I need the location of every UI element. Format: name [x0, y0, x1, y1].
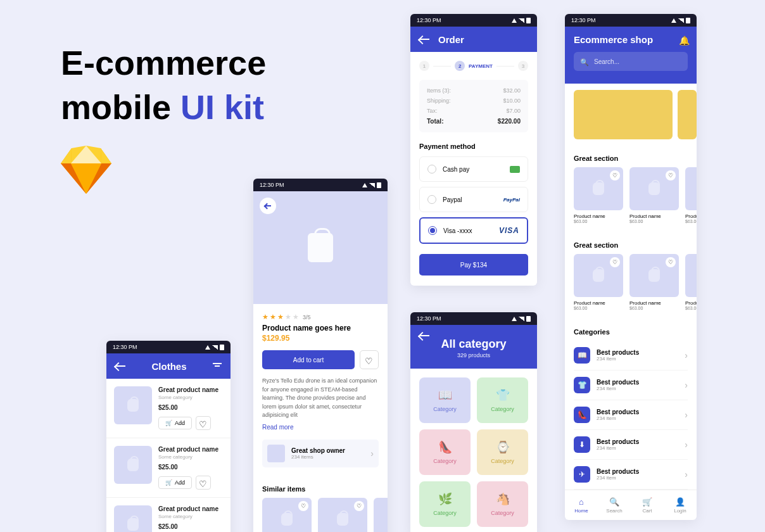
tab-icon: ⌂	[579, 497, 584, 507]
banner[interactable]	[574, 90, 673, 139]
category-icon: 👕	[496, 388, 510, 402]
category-row[interactable]: 📖 Best products234 item ›	[574, 341, 688, 370]
category-tile[interactable]: 🐴 Category	[477, 481, 528, 527]
section-heading: Great section	[574, 155, 688, 162]
screen-all-categories: 12:30 PM All category 329 products 📖 Cat…	[410, 312, 537, 532]
read-more-link[interactable]: Read more	[262, 424, 379, 431]
page-title: E-commerce mobile UI kit	[61, 41, 266, 129]
category-icon: 🐴	[496, 492, 510, 506]
rating: ★★★★★ 3/5	[262, 313, 379, 321]
category-icon: ⬇	[574, 436, 590, 453]
category-tile[interactable]: 📖 Category	[419, 377, 471, 423]
screen-title: Clothes	[134, 361, 204, 372]
screen-clothes-list: 12:30 PM Clothes Great product name Some…	[106, 341, 231, 532]
banner-carousel[interactable]	[565, 84, 697, 146]
product-name: Great product name	[158, 505, 223, 512]
category-icon: 📖	[574, 347, 590, 364]
cash-icon	[510, 166, 520, 173]
product-list-item[interactable]: Great product name Some category $25.00 …	[106, 498, 231, 532]
tab-search[interactable]: 🔍 Search	[598, 490, 631, 520]
screen-title: Ecommerce shop	[574, 34, 670, 45]
step-1[interactable]: 1	[419, 61, 429, 71]
favorite-button[interactable]	[196, 416, 211, 430]
product-list-item[interactable]: Great product name Some category $25.00 …	[106, 438, 231, 498]
app-bar: Clothes	[106, 353, 231, 379]
category-tile[interactable]: 🌿 Category	[419, 481, 471, 527]
tab-cart[interactable]: 🛒 Cart	[631, 490, 664, 520]
favorite-button[interactable]: ♡	[610, 257, 620, 267]
product-card[interactable]: ♡ Product name $63.00	[685, 167, 697, 224]
shop-owner-row[interactable]: Great shop owner 234 items ›	[262, 440, 379, 467]
favorite-button[interactable]: ♡	[298, 501, 308, 511]
banner[interactable]	[678, 90, 697, 139]
app-bar: Ecommerce shop	[565, 27, 697, 52]
tab-icon: 👤	[675, 497, 685, 507]
product-thumb	[114, 386, 152, 424]
chevron-right-icon: ›	[685, 380, 688, 390]
back-icon[interactable]	[115, 365, 125, 367]
category-tile[interactable]: ⌚ Category	[477, 429, 528, 475]
section-heading: Great section	[574, 241, 688, 249]
category-icon: 👠	[574, 407, 590, 423]
category-row[interactable]: ⬇ Best products234 item ›	[574, 430, 688, 460]
payment-visa[interactable]: Visa -xxxx VISA	[419, 217, 528, 244]
search-input[interactable]: Search...	[574, 52, 688, 71]
chevron-right-icon: ›	[370, 448, 374, 459]
category-row[interactable]: ✈ Best products234 item ›	[574, 460, 688, 490]
categories-heading: Categories	[574, 328, 688, 336]
category-tile[interactable]: 👕 Category	[477, 377, 528, 423]
favorite-button[interactable]	[196, 476, 211, 490]
add-to-cart-button[interactable]: Add to cart	[262, 350, 355, 369]
tab-icon: 🔍	[609, 497, 619, 507]
radio-icon	[428, 226, 437, 235]
back-button[interactable]	[260, 198, 276, 214]
favorite-button[interactable]	[360, 350, 379, 369]
favorite-button[interactable]: ♡	[610, 170, 620, 180]
step-2[interactable]: 2	[455, 61, 465, 71]
tab-home[interactable]: ⌂ Home	[565, 490, 598, 520]
favorite-button[interactable]: ♡	[666, 170, 676, 180]
product-list-item[interactable]: Great product name Some category $25.00 …	[106, 379, 231, 438]
category-row[interactable]: 👕 Best products234 item ›	[574, 370, 688, 400]
chevron-right-icon: ›	[685, 440, 688, 450]
tab-icon: 🛒	[642, 497, 652, 507]
product-card[interactable]: ♡ Product name $63.00	[574, 167, 623, 224]
product-card[interactable]: ♡ Product name $63.00	[262, 498, 312, 533]
product-card[interactable]: ♡ Product name $63.00	[629, 254, 679, 310]
product-category: Some category	[158, 395, 223, 400]
chevron-right-icon: ›	[685, 350, 688, 360]
add-button[interactable]: Add	[158, 417, 192, 429]
shop-avatar	[267, 445, 285, 462]
step-3[interactable]: 3	[518, 61, 528, 71]
product-card[interactable]: ♡ Product n $63.00	[685, 254, 697, 310]
product-price: $25.00	[158, 404, 223, 411]
product-card[interactable]: ♡ Product name $63.00	[318, 498, 367, 533]
bell-icon[interactable]	[679, 35, 688, 44]
paypal-logo: PayPal	[503, 197, 520, 203]
favorite-button[interactable]: ♡	[354, 501, 364, 511]
category-icon: ✈	[574, 466, 590, 483]
back-icon[interactable]	[419, 335, 429, 336]
status-bar: 12:30 PM	[253, 179, 388, 191]
payment-method-heading: Payment method	[419, 142, 528, 150]
product-card[interactable]: ♡ Product name $63.00	[574, 254, 623, 310]
pay-button[interactable]: Pay $134	[419, 254, 528, 276]
screen-order-payment: 12:30 PM Order 1 2 PAYMENT 3 Items (3):$…	[410, 14, 537, 286]
back-icon[interactable]	[419, 39, 429, 40]
payment-paypal[interactable]: Paypal PayPal	[419, 187, 528, 212]
product-name: Great product name	[158, 446, 223, 453]
tab-login[interactable]: 👤 Login	[664, 490, 697, 520]
radio-icon	[427, 195, 436, 204]
filter-icon[interactable]	[213, 363, 222, 369]
product-card[interactable]: ♡ Product name $63.00	[629, 167, 679, 224]
favorite-button[interactable]: ♡	[666, 257, 676, 267]
bag-icon	[308, 233, 333, 262]
tab-bar: ⌂ Home 🔍 Search 🛒 Cart 👤 Login	[565, 490, 697, 520]
category-tile[interactable]: 👠 Category	[419, 429, 471, 475]
add-button[interactable]: Add	[158, 476, 192, 489]
checkout-steps: 1 2 PAYMENT 3	[410, 52, 537, 80]
category-row[interactable]: 👠 Best products234 item ›	[574, 400, 688, 430]
product-card[interactable]: ♡ Product name $63.00	[374, 498, 388, 533]
payment-cash[interactable]: Cash pay	[419, 156, 528, 182]
product-name: Product name goes here	[262, 324, 379, 332]
